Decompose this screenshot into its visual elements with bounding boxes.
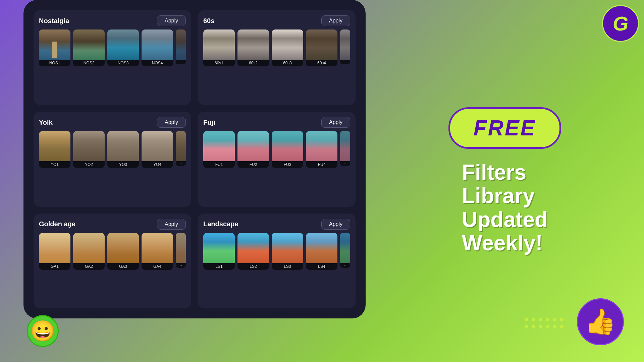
- thumb-label-ls1: LS1: [203, 263, 235, 270]
- thumb-ga5[interactable]: ···: [176, 233, 186, 270]
- filter-title-landscape: Landscape: [203, 220, 238, 228]
- thumb-ls1[interactable]: LS1: [203, 233, 235, 270]
- thumb-label-ls4: LS4: [306, 263, 337, 270]
- filter-title-60s: 60s: [203, 17, 214, 25]
- logo-icon: G: [613, 12, 629, 35]
- filter-card-nostalgia: Nostalgia Apply NOS1 NOS2 NOS3: [34, 10, 191, 105]
- thumb-label-ls2: LS2: [237, 263, 269, 270]
- thumb-60s2[interactable]: 60s2: [237, 29, 269, 66]
- thumb-nos2[interactable]: NOS2: [73, 29, 105, 66]
- free-badge: FREE: [448, 107, 561, 149]
- thumb-label-ga2: GA2: [73, 263, 105, 270]
- thumb-label-yo3: YO3: [107, 161, 139, 168]
- thumb-label-nos1: NOS1: [39, 60, 70, 66]
- thumb-label-fu2: FU2: [237, 161, 269, 168]
- tagline-container: Filters Library Updated Weekly!: [462, 161, 548, 255]
- thumb-yo2[interactable]: YO2: [73, 131, 105, 168]
- thumb-60s5[interactable]: ···: [340, 29, 350, 66]
- thumb-label-60s3: 60s3: [272, 60, 303, 66]
- thumb-fu1[interactable]: FU1: [203, 131, 235, 168]
- thumb-ga4[interactable]: GA4: [142, 233, 173, 270]
- thumb-yo4[interactable]: YO4: [142, 131, 173, 168]
- thumbs-up-badge: 👍: [577, 298, 624, 345]
- apply-button-landscape[interactable]: Apply: [321, 219, 350, 230]
- smiley-icon: 😀: [30, 319, 55, 343]
- thumbs-up-icon: 👍: [585, 307, 616, 337]
- filter-card-golden-age: Golden age Apply GA1 GA2 GA3 GA: [34, 214, 191, 308]
- thumb-label-60s1: 60s1: [203, 60, 235, 66]
- thumb-nos5[interactable]: ···: [176, 29, 186, 66]
- apply-button-yolk[interactable]: Apply: [157, 117, 186, 128]
- thumb-nos4[interactable]: NOS4: [142, 29, 173, 66]
- thumb-yo3[interactable]: YO3: [107, 131, 139, 168]
- thumb-nos1[interactable]: NOS1: [39, 29, 70, 66]
- thumb-ls4[interactable]: LS4: [306, 233, 337, 270]
- thumb-60s3[interactable]: 60s3: [272, 29, 303, 66]
- thumb-label-60s2: 60s2: [237, 60, 269, 66]
- thumb-label-ls3: LS3: [272, 263, 303, 270]
- thumb-yo5[interactable]: ···: [176, 131, 186, 168]
- smiley-badge: 😀: [27, 315, 59, 347]
- thumb-60s1[interactable]: 60s1: [203, 29, 235, 66]
- thumb-label-ga4: GA4: [142, 263, 173, 270]
- thumb-label-ga1: GA1: [39, 263, 70, 270]
- thumb-label-yo2: YO2: [73, 161, 105, 168]
- thumb-ga3[interactable]: GA3: [107, 233, 139, 270]
- apply-button-golden-age[interactable]: Apply: [157, 219, 186, 230]
- filter-card-yolk: Yolk Apply YO1 YO2 YO3 YO4: [34, 112, 191, 206]
- filter-title-golden-age: Golden age: [39, 220, 75, 228]
- thumb-label-nos4: NOS4: [142, 60, 173, 66]
- thumb-label-fu1: FU1: [203, 161, 235, 168]
- filter-title-fuji: Fuji: [203, 119, 215, 126]
- thumb-ls5[interactable]: ···: [340, 233, 350, 270]
- tagline-line4: Weekly!: [462, 231, 548, 255]
- filter-title-yolk: Yolk: [39, 119, 53, 126]
- thumb-label-yo4: YO4: [142, 161, 173, 168]
- thumb-label-nos2: NOS2: [73, 60, 105, 66]
- thumb-ls3[interactable]: LS3: [272, 233, 303, 270]
- thumb-label-fu3: FU3: [272, 161, 303, 168]
- thumb-label-fu4: FU4: [306, 161, 337, 168]
- apply-button-60s[interactable]: Apply: [321, 15, 350, 26]
- logo-badge: G: [602, 5, 639, 42]
- thumb-label-nos3: NOS3: [107, 60, 139, 66]
- free-label: FREE: [474, 116, 536, 140]
- thumb-label-yo1: YO1: [39, 161, 70, 168]
- thumb-yo1[interactable]: YO1: [39, 131, 70, 168]
- filter-panel: Nostalgia Apply NOS1 NOS2 NOS3: [23, 0, 366, 318]
- apply-button-nostalgia[interactable]: Apply: [157, 15, 186, 26]
- thumb-fu2[interactable]: FU2: [237, 131, 269, 168]
- thumb-label-60s4: 60s4: [306, 60, 337, 66]
- thumb-label-ga3: GA3: [107, 263, 139, 270]
- thumb-fu5[interactable]: ···: [340, 131, 350, 168]
- thumb-fu4[interactable]: FU4: [306, 131, 337, 168]
- thumb-fu3[interactable]: FU3: [272, 131, 303, 168]
- filter-card-landscape: Landscape Apply LS1 LS2 LS3 LS4: [198, 214, 356, 308]
- thumb-ga2[interactable]: GA2: [73, 233, 105, 270]
- dots-decoration: [525, 318, 564, 328]
- filter-card-fuji: Fuji Apply FU1 FU2 FU3 FU4: [198, 112, 356, 206]
- tagline-line1: Filters: [462, 161, 548, 184]
- app-container: Nostalgia Apply NOS1 NOS2 NOS3: [0, 0, 644, 362]
- filter-title-nostalgia: Nostalgia: [39, 17, 69, 25]
- thumb-nos3[interactable]: NOS3: [107, 29, 139, 66]
- thumb-ls2[interactable]: LS2: [237, 233, 269, 270]
- filter-card-60s: 60s Apply 60s1 60s2 60s3 60s4: [198, 10, 356, 105]
- tagline-line3: Updated: [462, 208, 548, 231]
- apply-button-fuji[interactable]: Apply: [321, 117, 350, 128]
- thumb-ga1[interactable]: GA1: [39, 233, 70, 270]
- tagline-line2: Library: [462, 184, 548, 207]
- thumb-60s4[interactable]: 60s4: [306, 29, 337, 66]
- promo-panel: G FREE Filters Library Updated Weekly!: [366, 0, 644, 362]
